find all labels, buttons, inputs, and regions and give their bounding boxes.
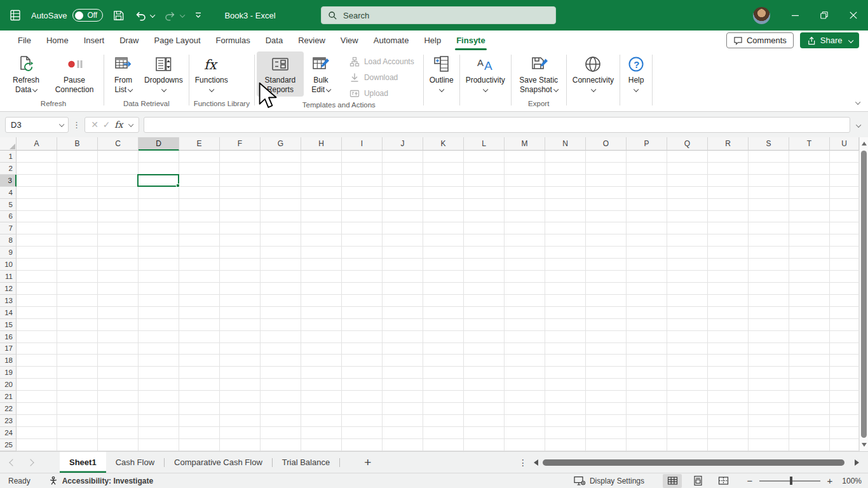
cell-C8[interactable] xyxy=(98,234,139,247)
cell-P11[interactable] xyxy=(627,271,667,283)
cell-E17[interactable] xyxy=(179,343,220,355)
cell-L16[interactable] xyxy=(464,331,505,343)
cell-B13[interactable] xyxy=(57,295,98,307)
cell-Q6[interactable] xyxy=(667,211,708,223)
cell-B4[interactable] xyxy=(57,187,98,199)
cell-N1[interactable] xyxy=(545,151,586,163)
row-header-24[interactable]: 24 xyxy=(0,427,17,439)
cell-L24[interactable] xyxy=(464,427,505,439)
cell-C9[interactable] xyxy=(98,247,139,259)
cell-U11[interactable] xyxy=(830,271,859,283)
cell-R18[interactable] xyxy=(708,355,749,367)
cell-D24[interactable] xyxy=(139,427,179,439)
cell-P1[interactable] xyxy=(627,151,667,163)
cell-L18[interactable] xyxy=(464,355,505,367)
cell-Q2[interactable] xyxy=(667,163,708,175)
cell-G23[interactable] xyxy=(261,415,301,427)
cell-P14[interactable] xyxy=(627,307,667,319)
cell-S8[interactable] xyxy=(749,234,789,247)
cell-I17[interactable] xyxy=(342,343,383,355)
cell-O18[interactable] xyxy=(586,355,627,367)
cell-T15[interactable] xyxy=(789,319,830,331)
cell-R8[interactable] xyxy=(708,234,749,247)
horizontal-scrollbar-track[interactable] xyxy=(541,459,851,466)
cell-S1[interactable] xyxy=(749,151,789,163)
cell-L15[interactable] xyxy=(464,319,505,331)
cell-N6[interactable] xyxy=(545,211,586,223)
cell-M11[interactable] xyxy=(505,271,545,283)
cell-K13[interactable] xyxy=(423,295,464,307)
cell-T24[interactable] xyxy=(789,427,830,439)
cell-R21[interactable] xyxy=(708,391,749,403)
cell-D8[interactable] xyxy=(139,234,179,247)
cell-O1[interactable] xyxy=(586,151,627,163)
cell-Q3[interactable] xyxy=(667,175,708,187)
cell-J9[interactable] xyxy=(383,247,423,259)
cell-Q9[interactable] xyxy=(667,247,708,259)
cell-H3[interactable] xyxy=(301,175,342,187)
cell-G25[interactable] xyxy=(261,439,301,451)
cell-N14[interactable] xyxy=(545,307,586,319)
cell-A2[interactable] xyxy=(17,163,57,175)
column-header-I[interactable]: I xyxy=(342,137,383,151)
cell-U4[interactable] xyxy=(830,187,859,199)
cell-Q21[interactable] xyxy=(667,391,708,403)
cell-K12[interactable] xyxy=(423,283,464,295)
cell-L20[interactable] xyxy=(464,379,505,391)
cell-T21[interactable] xyxy=(789,391,830,403)
cell-C14[interactable] xyxy=(98,307,139,319)
cell-I16[interactable] xyxy=(342,331,383,343)
cell-R24[interactable] xyxy=(708,427,749,439)
cell-Q13[interactable] xyxy=(667,295,708,307)
cell-H6[interactable] xyxy=(301,211,342,223)
cell-J2[interactable] xyxy=(383,163,423,175)
cell-B11[interactable] xyxy=(57,271,98,283)
cell-I2[interactable] xyxy=(342,163,383,175)
cell-S25[interactable] xyxy=(749,439,789,451)
search-input[interactable] xyxy=(343,11,534,20)
tab-automate[interactable]: Automate xyxy=(366,30,417,50)
cell-F2[interactable] xyxy=(220,163,261,175)
cell-O11[interactable] xyxy=(586,271,627,283)
cell-E21[interactable] xyxy=(179,391,220,403)
cell-I15[interactable] xyxy=(342,319,383,331)
cell-M3[interactable] xyxy=(505,175,545,187)
cell-N19[interactable] xyxy=(545,367,586,379)
cell-F11[interactable] xyxy=(220,271,261,283)
cell-B8[interactable] xyxy=(57,234,98,247)
cell-E20[interactable] xyxy=(179,379,220,391)
cell-H17[interactable] xyxy=(301,343,342,355)
tab-view[interactable]: View xyxy=(333,30,366,50)
tab-page-layout[interactable]: Page Layout xyxy=(147,30,208,50)
column-header-D[interactable]: D xyxy=(139,137,179,151)
cell-S12[interactable] xyxy=(749,283,789,295)
column-header-P[interactable]: P xyxy=(627,137,667,151)
cell-H13[interactable] xyxy=(301,295,342,307)
cell-A16[interactable] xyxy=(17,331,57,343)
row-header-5[interactable]: 5 xyxy=(0,199,17,211)
restore-button[interactable] xyxy=(810,0,839,30)
cell-E16[interactable] xyxy=(179,331,220,343)
zoom-in-button[interactable]: + xyxy=(826,475,834,486)
cell-K5[interactable] xyxy=(423,199,464,211)
cell-J4[interactable] xyxy=(383,187,423,199)
cell-K20[interactable] xyxy=(423,379,464,391)
cell-M8[interactable] xyxy=(505,234,545,247)
standard-reports-button[interactable]: Standard Reports xyxy=(257,51,304,97)
cell-T20[interactable] xyxy=(789,379,830,391)
cell-E18[interactable] xyxy=(179,355,220,367)
cell-L25[interactable] xyxy=(464,439,505,451)
cell-A10[interactable] xyxy=(17,259,57,271)
cell-N5[interactable] xyxy=(545,199,586,211)
cell-N17[interactable] xyxy=(545,343,586,355)
cell-E25[interactable] xyxy=(179,439,220,451)
cell-M13[interactable] xyxy=(505,295,545,307)
close-button[interactable] xyxy=(839,0,868,30)
cell-P23[interactable] xyxy=(627,415,667,427)
cell-R17[interactable] xyxy=(708,343,749,355)
cell-J16[interactable] xyxy=(383,331,423,343)
cell-N12[interactable] xyxy=(545,283,586,295)
cell-M5[interactable] xyxy=(505,199,545,211)
vertical-scrollbar[interactable] xyxy=(859,137,868,451)
cell-Q16[interactable] xyxy=(667,331,708,343)
